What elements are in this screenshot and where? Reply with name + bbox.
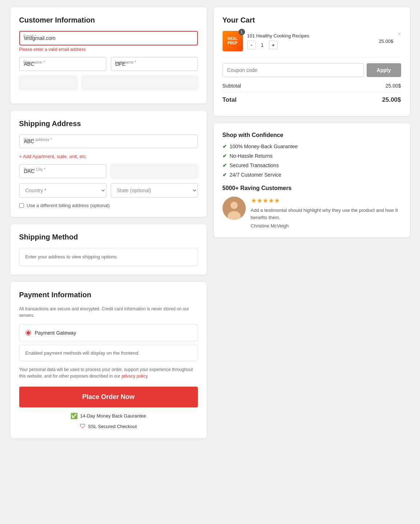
total-row: Total 25.00$ — [223, 92, 401, 104]
subtotal-label: Subtotal — [223, 83, 241, 89]
cart-title: Your Cart — [223, 16, 401, 24]
privacy-link[interactable]: privacy policy. — [122, 374, 148, 379]
qty-plus-button[interactable]: + — [269, 41, 278, 49]
payment-info-section: Payment Information All transactions are… — [11, 282, 207, 438]
coupon-input[interactable] — [223, 63, 364, 77]
country-select[interactable]: Country * — [19, 183, 106, 198]
subtotal-row: Subtotal 25.00$ — [223, 83, 401, 89]
place-order-button[interactable]: Place Order Now — [19, 387, 198, 407]
state-wrapper: State (optional) — [111, 183, 198, 198]
confidence-items-list: ✔100% Money-Back Guarantee✔No-Hassle Ret… — [223, 144, 401, 178]
testimonial-title: 5000+ Raving Customers — [223, 185, 401, 192]
avatar — [223, 197, 246, 220]
apply-coupon-button[interactable]: Apply — [367, 63, 401, 77]
first-name-input[interactable] — [19, 57, 106, 71]
confidence-item: ✔100% Money-Back Guarantee — [223, 144, 401, 149]
testimonial-body: ★★★★★ Add a testimonial should highlight… — [223, 197, 401, 229]
ssl-text: SSL Secured Checkout — [88, 424, 137, 429]
email-input[interactable] — [19, 31, 198, 45]
qty-minus-button[interactable]: - — [247, 41, 256, 49]
footer-badges: ✅ 14-Day Money Back Gaurantee 🛡 SSL Secu… — [19, 412, 198, 430]
billing-checkbox-row: Use a different billing address (optiona… — [19, 203, 198, 208]
phone-prefix-wrapper — [19, 76, 77, 90]
subtotal-value: 25.00$ — [386, 83, 401, 89]
shipping-address-section: Shipping Address Street address * + Add … — [11, 111, 207, 217]
total-value: 25.00$ — [382, 96, 401, 104]
city-wrapper: Town / City * — [19, 164, 106, 178]
svg-point-1 — [231, 202, 238, 209]
email-field-wrapper: Email * — [19, 31, 198, 45]
email-group: Email * Please enter a valid email addre… — [19, 31, 198, 52]
star-rating: ★★★★★ — [251, 197, 401, 205]
confidence-title: Shop with Confidence — [223, 132, 401, 138]
payment-enabled-msg: Enabled payment methods will display on … — [19, 345, 198, 361]
shipping-method-section: Shipping Method Enter your address to vi… — [11, 224, 207, 275]
street-group: Street address * — [19, 134, 198, 148]
customer-info-section: Customer Information Email * Please ente… — [11, 7, 207, 104]
phone-input[interactable] — [82, 76, 198, 90]
cart-item-price: 25.00$ — [379, 39, 393, 44]
confidence-item: ✔Secured Transactions — [223, 162, 401, 168]
cart-item-name: 101 Healthy Cooking Recipes — [247, 33, 375, 39]
city-postcode-row: Town / City * Postcode * — [19, 164, 198, 178]
cart-img-wrap: MEAL PREP 1 — [223, 31, 243, 51]
phone-prefix-input[interactable] — [19, 76, 77, 90]
billing-checkbox[interactable] — [19, 203, 24, 208]
confidence-item: ✔No-Hassle Returns — [223, 153, 401, 159]
payment-gateway-radio[interactable] — [25, 330, 31, 336]
payment-gateway-label: Payment Gateway — [35, 330, 76, 336]
last-name-input[interactable] — [111, 57, 198, 71]
email-error: Please enter a valid email address — [19, 47, 198, 52]
country-wrapper: Country * — [19, 183, 106, 198]
cart-badge: 1 — [238, 29, 245, 35]
check-icon: ✔ — [223, 153, 227, 159]
postcode-input[interactable] — [111, 164, 198, 178]
customer-info-title: Customer Information — [19, 16, 198, 24]
shipping-info-box: Enter your address to view shipping opti… — [19, 248, 198, 266]
phone-number-wrapper: Phone * — [82, 76, 198, 90]
state-select[interactable]: State (optional) — [111, 183, 198, 198]
check-icon: ✔ — [223, 162, 227, 168]
phone-row: Phone * — [19, 76, 198, 90]
shipping-address-title: Shipping Address — [19, 120, 198, 128]
payment-info-title: Payment Information — [19, 291, 198, 299]
coupon-row: Apply — [223, 63, 401, 77]
total-label: Total — [223, 96, 237, 104]
ssl-badge: 🛡 SSL Secured Checkout — [80, 423, 137, 430]
add-apt-link[interactable]: + Add Apartment, suite, unit, etc. — [19, 154, 87, 159]
guarantee-badge: ✅ 14-Day Money Back Gaurantee — [70, 412, 146, 419]
billing-checkbox-label: Use a different billing address (optiona… — [27, 203, 110, 208]
qty-value: 1 — [259, 42, 266, 48]
check-icon: ✔ — [223, 144, 227, 149]
testimonial-author: Christine McVeigh — [251, 223, 401, 229]
last-name-wrapper: Last name * — [111, 57, 198, 71]
confidence-section: Shop with Confidence ✔100% Money-Back Gu… — [214, 123, 410, 237]
city-input[interactable] — [19, 164, 106, 178]
testimonial-text: Add a testimonial should highlight why t… — [251, 207, 401, 221]
postcode-wrapper: Postcode * — [111, 164, 198, 178]
shipping-method-title: Shipping Method — [19, 233, 198, 241]
street-wrapper: Street address * — [19, 134, 198, 148]
testimonial-section: 5000+ Raving Customers ★★★★★ Add a testi… — [223, 185, 401, 229]
cart-section: Your Cart MEAL PREP 1 101 Healthy Cookin… — [214, 7, 410, 116]
ssl-icon: 🛡 — [80, 423, 86, 430]
payment-gateway-option[interactable]: Payment Gateway — [19, 325, 198, 341]
check-icon: ✔ — [223, 172, 227, 178]
confidence-item: ✔24/7 Customer Service — [223, 172, 401, 178]
cart-item: MEAL PREP 1 101 Healthy Cooking Recipes … — [223, 31, 401, 57]
guarantee-text: 14-Day Money Back Gaurantee — [80, 413, 146, 419]
street-input[interactable] — [19, 134, 198, 148]
privacy-note: Your personal data will be used to proce… — [19, 366, 198, 379]
guarantee-icon: ✅ — [70, 412, 78, 419]
first-name-wrapper: First name * — [19, 57, 106, 71]
name-row: First name * Last name * — [19, 57, 198, 71]
country-state-row: Country * State (optional) — [19, 183, 198, 198]
cart-item-close-icon[interactable]: × — [397, 31, 401, 37]
qty-control: - 1 + — [247, 41, 375, 49]
payment-desc: All transactions are secure and encrypte… — [19, 306, 198, 319]
cart-item-details: 101 Healthy Cooking Recipes - 1 + — [247, 33, 375, 49]
testimonial-content: ★★★★★ Add a testimonial should highlight… — [251, 197, 401, 229]
